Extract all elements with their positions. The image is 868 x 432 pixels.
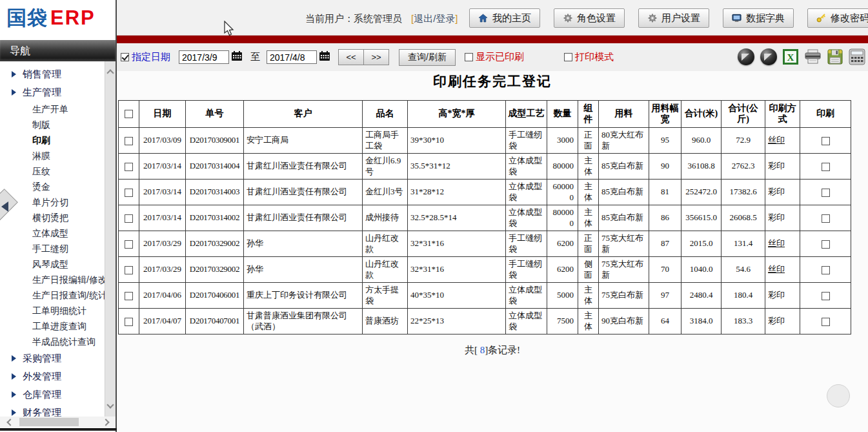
sidebar-group[interactable]: 仓库管理	[0, 386, 105, 404]
sidebar-group-label: 财务管理	[23, 407, 61, 417]
sidebar-group-label: 销售管理	[23, 68, 61, 81]
show-printed-checkbox[interactable]	[465, 53, 473, 61]
sidebar-item[interactable]: 风琴成型	[0, 256, 105, 272]
floating-button[interactable]	[827, 384, 850, 407]
method-text: 彩印	[768, 212, 785, 222]
scroll-up-icon[interactable]	[106, 69, 114, 76]
scroll-left-icon[interactable]	[6, 418, 14, 426]
sidebar-item[interactable]: 制版	[0, 117, 105, 132]
cell-material: 85克白布新	[599, 180, 649, 205]
cell-date: 2017/04/07	[139, 309, 186, 334]
row-select-checkbox[interactable]	[125, 137, 133, 145]
row-select-checkbox[interactable]	[125, 214, 133, 223]
print-mode-label[interactable]: 打印模式	[575, 51, 614, 63]
sidebar-group[interactable]: 采购管理	[0, 349, 105, 367]
role-settings-button[interactable]: 角色设置	[554, 8, 625, 28]
sidebar-item[interactable]: 工单明细统计	[0, 303, 105, 318]
cell-product: 金红川3号	[363, 180, 408, 205]
calendar-to-button[interactable]	[319, 50, 330, 64]
sidebar-item[interactable]: 压纹	[0, 163, 105, 179]
cell-size: 39*30*10	[408, 128, 506, 154]
row-print-checkbox[interactable]	[822, 292, 830, 300]
sidebar-group[interactable]: 生产管理	[0, 83, 105, 101]
sidebar-item[interactable]: 淋膜	[0, 148, 105, 163]
my-homepage-button[interactable]: 我的主页	[469, 8, 540, 28]
cell-customer: 孙华	[244, 231, 363, 257]
print-icon[interactable]	[804, 49, 822, 65]
orb-icon[interactable]	[760, 48, 777, 65]
sidebar-item[interactable]: 印刷	[0, 132, 105, 148]
logout-link[interactable]: [退出/登录]	[411, 13, 458, 25]
sidebar-item[interactable]: 生产开单	[0, 101, 105, 117]
orb-icon[interactable]	[738, 48, 754, 65]
current-user-label: 当前用户：系统管理员	[305, 13, 402, 25]
sidebar-item[interactable]: 横切烫把	[0, 210, 105, 225]
sidebar-item[interactable]: 半成品统计查询	[0, 334, 105, 349]
method-link[interactable]: 丝印	[768, 135, 785, 145]
cell-qty: 6200	[547, 257, 578, 283]
show-printed-label[interactable]: 显示已印刷	[476, 51, 524, 63]
sidebar-item[interactable]: 工单进度查询	[0, 318, 105, 334]
method-link[interactable]: 丝印	[768, 238, 785, 248]
data-dictionary-button[interactable]: 数据字典	[723, 8, 794, 28]
row-print-checkbox[interactable]	[822, 189, 830, 197]
date-filter-checkbox[interactable]	[121, 53, 129, 61]
column-header: 合计(米)	[681, 101, 722, 128]
sidebar-item[interactable]: 手工缝纫	[0, 241, 105, 256]
cell-customer: 安宁工商局	[244, 128, 363, 154]
calendar-from-button[interactable]	[231, 50, 243, 64]
sidebar-horizontal-scrollbar[interactable]	[0, 417, 116, 427]
query-refresh-button[interactable]: 查询/刷新	[399, 49, 456, 66]
row-select-checkbox[interactable]	[125, 266, 133, 274]
row-print-checkbox[interactable]	[822, 318, 830, 326]
row-print-checkbox[interactable]	[822, 240, 830, 249]
save-icon[interactable]	[827, 49, 843, 65]
sidebar-item[interactable]: 立体成型	[0, 225, 105, 241]
sidebar-item[interactable]: 烫金	[0, 179, 105, 194]
method-text: 彩印	[768, 290, 785, 300]
sidebar-group[interactable]: 外发管理	[0, 367, 105, 386]
change-password-button[interactable]: 修改密码	[807, 8, 868, 28]
row-print-checkbox[interactable]	[822, 214, 830, 223]
column-header: 合计(公斤)	[722, 101, 765, 128]
scroll-right-icon[interactable]	[102, 418, 109, 426]
date-filter-label[interactable]: 指定日期	[132, 51, 170, 63]
row-print-checkbox[interactable]	[822, 266, 830, 274]
method-link[interactable]: 丝印	[768, 264, 785, 274]
row-select-checkbox[interactable]	[125, 240, 133, 249]
cell-total-m: 36108.8	[681, 154, 722, 180]
cell-date: 2017/03/14	[139, 205, 186, 231]
sidebar-item[interactable]: 生产日报编辑/修改	[0, 272, 105, 287]
collapse-left-icon[interactable]	[1, 201, 8, 212]
scrollbar-thumb[interactable]	[19, 418, 79, 426]
print-mode-checkbox[interactable]	[564, 53, 572, 61]
date-from-input[interactable]	[179, 50, 229, 64]
cell-qty: 5000	[547, 283, 578, 309]
sidebar-item[interactable]: 生产日报查询/统计	[0, 287, 105, 303]
row-print-checkbox[interactable]	[822, 137, 830, 145]
select-all-checkbox[interactable]	[125, 110, 133, 118]
excel-export-icon[interactable]: X	[783, 49, 798, 65]
next-period-button[interactable]: >>	[363, 49, 389, 65]
row-select-checkbox[interactable]	[125, 163, 133, 171]
cell-size: 32*31*16	[408, 231, 506, 257]
date-to-input[interactable]	[267, 50, 317, 64]
row-select-checkbox[interactable]	[125, 318, 133, 326]
row-print-checkbox[interactable]	[822, 163, 830, 171]
prev-period-button[interactable]: <<	[338, 49, 364, 65]
cell-process: 手工缝纫袋	[506, 128, 547, 154]
logo-text-en: ERP	[50, 6, 96, 30]
sidebar-group[interactable]: 销售管理	[0, 65, 105, 83]
cell-material: 75克大红布新	[599, 231, 649, 257]
cell-qty: 6200	[547, 231, 578, 257]
sidebar-group[interactable]: 财务管理	[0, 404, 105, 417]
calculator-icon[interactable]	[849, 48, 865, 65]
sidebar-vertical-scrollbar[interactable]	[105, 61, 116, 417]
cell-method: 彩印	[765, 309, 800, 334]
scroll-down-icon[interactable]	[106, 401, 114, 408]
top-header: 国袋 ERP 当前用户：系统管理员 [退出/登录] 我的主页角色设置用户设置数据…	[0, 0, 868, 36]
logout-bracket-close: ]	[455, 13, 458, 24]
row-select-checkbox[interactable]	[125, 292, 133, 300]
row-select-checkbox[interactable]	[125, 189, 133, 197]
user-settings-button[interactable]: 用户设置	[638, 8, 709, 28]
